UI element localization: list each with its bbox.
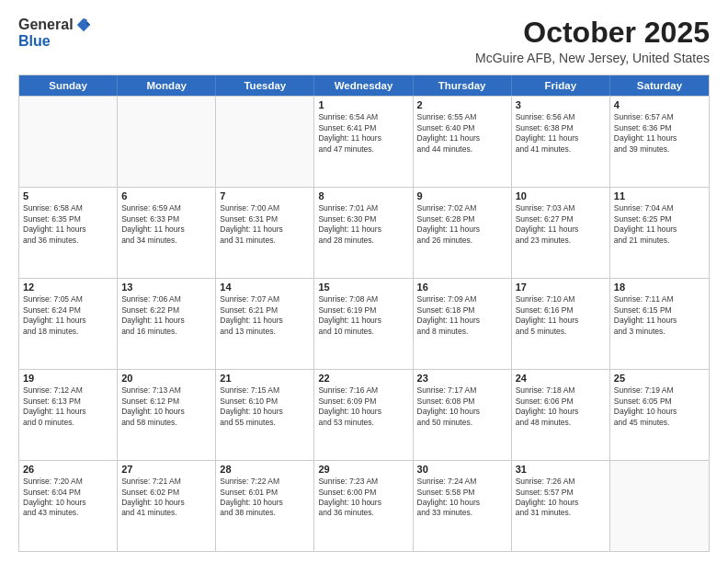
calendar-day-8: 8Sunrise: 7:01 AM Sunset: 6:30 PM Daylig…	[314, 188, 413, 278]
day-info: Sunrise: 6:57 AM Sunset: 6:36 PM Dayligh…	[614, 112, 705, 155]
calendar-day-28: 28Sunrise: 7:22 AM Sunset: 6:01 PM Dayli…	[216, 461, 314, 551]
day-info: Sunrise: 7:24 AM Sunset: 5:58 PM Dayligh…	[417, 477, 507, 519]
calendar-day-6: 6Sunrise: 6:59 AM Sunset: 6:33 PM Daylig…	[118, 188, 216, 278]
calendar-day-27: 27Sunrise: 7:21 AM Sunset: 6:02 PM Dayli…	[118, 461, 216, 551]
header-right: October 2025 McGuire AFB, New Jersey, Un…	[475, 17, 710, 65]
calendar-day-25: 25Sunrise: 7:19 AM Sunset: 6:05 PM Dayli…	[610, 370, 709, 460]
day-info: Sunrise: 7:03 AM Sunset: 6:27 PM Dayligh…	[516, 203, 606, 246]
page: General Blue October 2025 McGuire AFB, N…	[0, 0, 728, 563]
day-number: 6	[121, 190, 211, 201]
calendar-week-2: 5Sunrise: 6:58 AM Sunset: 6:35 PM Daylig…	[19, 187, 709, 278]
day-info: Sunrise: 7:18 AM Sunset: 6:06 PM Dayligh…	[516, 385, 606, 428]
day-number: 18	[614, 282, 705, 293]
location: McGuire AFB, New Jersey, United States	[475, 51, 710, 65]
calendar-day-15: 15Sunrise: 7:08 AM Sunset: 6:19 PM Dayli…	[314, 279, 413, 369]
day-number: 16	[417, 282, 507, 293]
calendar-day-empty	[216, 97, 314, 187]
calendar-week-1: 1Sunrise: 6:54 AM Sunset: 6:41 PM Daylig…	[19, 96, 709, 187]
calendar-day-empty	[19, 97, 118, 187]
calendar-week-3: 12Sunrise: 7:05 AM Sunset: 6:24 PM Dayli…	[19, 278, 709, 369]
day-number: 31	[516, 464, 606, 475]
calendar-week-5: 26Sunrise: 7:20 AM Sunset: 6:04 PM Dayli…	[19, 460, 709, 551]
day-number: 20	[121, 373, 211, 384]
calendar-day-3: 3Sunrise: 6:56 AM Sunset: 6:38 PM Daylig…	[512, 97, 610, 187]
day-info: Sunrise: 7:17 AM Sunset: 6:08 PM Dayligh…	[417, 385, 507, 428]
day-info: Sunrise: 7:16 AM Sunset: 6:09 PM Dayligh…	[318, 385, 408, 428]
day-info: Sunrise: 7:26 AM Sunset: 5:57 PM Dayligh…	[516, 477, 606, 519]
header-day-wednesday: Wednesday	[314, 75, 413, 96]
header: General Blue October 2025 McGuire AFB, N…	[18, 17, 710, 65]
day-info: Sunrise: 6:58 AM Sunset: 6:35 PM Dayligh…	[23, 203, 113, 246]
day-number: 4	[614, 99, 705, 110]
day-info: Sunrise: 7:22 AM Sunset: 6:01 PM Dayligh…	[220, 477, 310, 519]
calendar-day-1: 1Sunrise: 6:54 AM Sunset: 6:41 PM Daylig…	[314, 97, 413, 187]
header-day-sunday: Sunday	[19, 75, 118, 96]
day-number: 1	[318, 99, 408, 110]
day-number: 11	[614, 190, 705, 201]
day-number: 24	[516, 373, 606, 384]
day-info: Sunrise: 7:23 AM Sunset: 6:00 PM Dayligh…	[318, 477, 408, 519]
calendar-day-29: 29Sunrise: 7:23 AM Sunset: 6:00 PM Dayli…	[314, 461, 413, 551]
logo-general-text: General	[18, 17, 74, 33]
calendar-day-19: 19Sunrise: 7:12 AM Sunset: 6:13 PM Dayli…	[19, 370, 118, 460]
day-info: Sunrise: 7:21 AM Sunset: 6:02 PM Dayligh…	[121, 477, 211, 519]
header-day-monday: Monday	[118, 75, 216, 96]
day-number: 15	[318, 282, 408, 293]
day-info: Sunrise: 6:56 AM Sunset: 6:38 PM Dayligh…	[516, 112, 606, 155]
day-number: 26	[23, 464, 113, 475]
day-number: 30	[417, 464, 507, 475]
day-number: 28	[220, 464, 310, 475]
day-info: Sunrise: 7:01 AM Sunset: 6:30 PM Dayligh…	[318, 203, 408, 246]
day-info: Sunrise: 6:59 AM Sunset: 6:33 PM Dayligh…	[121, 203, 211, 246]
header-day-thursday: Thursday	[414, 75, 512, 96]
calendar-day-7: 7Sunrise: 7:00 AM Sunset: 6:31 PM Daylig…	[216, 188, 314, 278]
day-info: Sunrise: 7:20 AM Sunset: 6:04 PM Dayligh…	[23, 477, 113, 519]
day-number: 12	[23, 282, 113, 293]
day-info: Sunrise: 7:15 AM Sunset: 6:10 PM Dayligh…	[220, 385, 310, 428]
calendar-day-18: 18Sunrise: 7:11 AM Sunset: 6:15 PM Dayli…	[610, 279, 709, 369]
day-number: 7	[220, 190, 310, 201]
day-number: 19	[23, 373, 113, 384]
calendar-day-empty	[118, 97, 216, 187]
day-number: 13	[121, 282, 211, 293]
calendar-day-12: 12Sunrise: 7:05 AM Sunset: 6:24 PM Dayli…	[19, 279, 118, 369]
day-info: Sunrise: 7:02 AM Sunset: 6:28 PM Dayligh…	[417, 203, 507, 246]
header-day-tuesday: Tuesday	[216, 75, 314, 96]
day-number: 8	[318, 190, 408, 201]
calendar-day-31: 31Sunrise: 7:26 AM Sunset: 5:57 PM Dayli…	[512, 461, 610, 551]
calendar-day-23: 23Sunrise: 7:17 AM Sunset: 6:08 PM Dayli…	[414, 370, 512, 460]
logo-icon	[75, 17, 92, 33]
day-number: 23	[417, 373, 507, 384]
calendar-day-20: 20Sunrise: 7:13 AM Sunset: 6:12 PM Dayli…	[118, 370, 216, 460]
calendar-day-24: 24Sunrise: 7:18 AM Sunset: 6:06 PM Dayli…	[512, 370, 610, 460]
day-info: Sunrise: 7:05 AM Sunset: 6:24 PM Dayligh…	[23, 294, 113, 337]
day-info: Sunrise: 7:09 AM Sunset: 6:18 PM Dayligh…	[417, 294, 507, 337]
day-info: Sunrise: 7:13 AM Sunset: 6:12 PM Dayligh…	[121, 385, 211, 428]
day-number: 3	[516, 99, 606, 110]
day-number: 9	[417, 190, 507, 201]
day-info: Sunrise: 7:00 AM Sunset: 6:31 PM Dayligh…	[220, 203, 310, 246]
calendar-day-21: 21Sunrise: 7:15 AM Sunset: 6:10 PM Dayli…	[216, 370, 314, 460]
day-number: 27	[121, 464, 211, 475]
calendar-day-30: 30Sunrise: 7:24 AM Sunset: 5:58 PM Dayli…	[414, 461, 512, 551]
day-info: Sunrise: 7:04 AM Sunset: 6:25 PM Dayligh…	[614, 203, 705, 246]
calendar-body: 1Sunrise: 6:54 AM Sunset: 6:41 PM Daylig…	[19, 96, 709, 551]
day-number: 2	[417, 99, 507, 110]
day-info: Sunrise: 7:07 AM Sunset: 6:21 PM Dayligh…	[220, 294, 310, 337]
day-number: 25	[614, 373, 705, 384]
calendar-day-empty	[610, 461, 709, 551]
calendar-header: SundayMondayTuesdayWednesdayThursdayFrid…	[19, 75, 709, 96]
calendar-day-2: 2Sunrise: 6:55 AM Sunset: 6:40 PM Daylig…	[414, 97, 512, 187]
logo-blue-text: Blue	[18, 33, 51, 49]
month-title: October 2025	[475, 17, 710, 49]
calendar-day-10: 10Sunrise: 7:03 AM Sunset: 6:27 PM Dayli…	[512, 188, 610, 278]
day-info: Sunrise: 7:10 AM Sunset: 6:16 PM Dayligh…	[516, 294, 606, 337]
day-info: Sunrise: 6:55 AM Sunset: 6:40 PM Dayligh…	[417, 112, 507, 155]
day-number: 21	[220, 373, 310, 384]
header-day-friday: Friday	[512, 75, 610, 96]
calendar-day-5: 5Sunrise: 6:58 AM Sunset: 6:35 PM Daylig…	[19, 188, 118, 278]
day-info: Sunrise: 7:11 AM Sunset: 6:15 PM Dayligh…	[614, 294, 705, 337]
calendar-day-22: 22Sunrise: 7:16 AM Sunset: 6:09 PM Dayli…	[314, 370, 413, 460]
day-info: Sunrise: 7:08 AM Sunset: 6:19 PM Dayligh…	[318, 294, 408, 337]
day-number: 22	[318, 373, 408, 384]
